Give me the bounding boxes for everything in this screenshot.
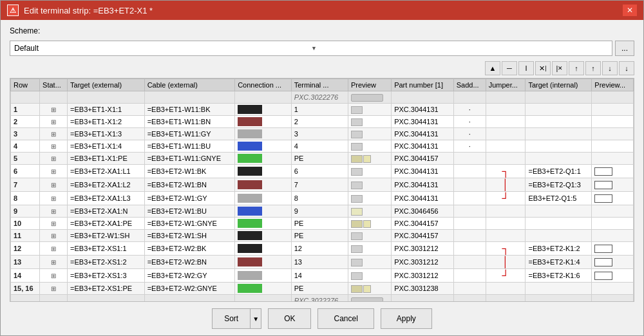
scheme-select-display[interactable]: Default ▼: [10, 41, 612, 56]
toolbar-sort-up2-btn[interactable]: ↑: [585, 61, 601, 75]
preview2-cell: [592, 153, 634, 165]
target-int-cell: EB3+ET2-Q1:5: [526, 192, 592, 205]
ok-button[interactable]: OK: [268, 308, 311, 329]
jumper-cell: [486, 283, 526, 295]
preview-cell: [348, 128, 391, 140]
table-row[interactable]: 3 ⊞ =EB3+ET1-X1:3 =EB3+ET1-W11:GY 3 PXC.…: [11, 128, 634, 140]
dialog-body: Scheme: Default ▼ ... ▲ ─ I ✕| |✕ ↑ ↑ ↓ …: [1, 20, 643, 335]
stat-cell: ⊞: [40, 205, 68, 218]
close-button[interactable]: ✕: [623, 5, 637, 16]
terminal-table: Row Stat... Target (external) Cable (ext…: [10, 79, 634, 302]
table-row[interactable]: 15, 16 ⊞ =EB3+ET2-XS1:PE =EB3+ET2-W2:GNY…: [11, 283, 634, 295]
row-num-cell: 5: [11, 153, 40, 165]
stat-cell: ⊞: [40, 230, 68, 242]
saddle-cell: ·: [453, 128, 486, 140]
preview2-cell: [592, 283, 634, 295]
row-num-cell: [11, 91, 40, 104]
target-ext-cell: =EB3+ET1-X1:3: [68, 128, 145, 140]
terminal-cell: 8: [291, 192, 348, 205]
target-ext-cell: =EB3+ET1-X1:4: [68, 140, 145, 153]
jumper-cell: │: [486, 256, 526, 269]
preview-cell: [348, 91, 391, 104]
toolbar-delete-left-btn[interactable]: |✕: [552, 61, 567, 75]
toolbar-delete-right-btn[interactable]: ✕|: [535, 61, 551, 75]
toolbar-sort-down2-btn[interactable]: ↓: [619, 61, 634, 75]
cable-ext-cell: =EB3+ET2-W2:GY: [144, 269, 234, 283]
preview2-cell: [592, 116, 634, 128]
terminal-cell: 14: [291, 269, 348, 283]
terminal-cell: 9: [291, 205, 348, 218]
col-jumper: Jumper...: [486, 79, 526, 91]
terminal-cell: 13: [291, 256, 348, 269]
table-row[interactable]: 8 ⊞ =EB3+ET2-XA1:L3 =EB3+ET2-W1:GY 8 PXC…: [11, 192, 634, 205]
cable-ext-cell: =EB3+ET1-W11:BK: [144, 104, 234, 116]
table-row[interactable]: 14 ⊞ =EB3+ET2-XS1:3 =EB3+ET2-W2:GY 14 PX…: [11, 269, 634, 283]
connection-cell: [235, 218, 292, 230]
cable-ext-cell: =EB3+ET2-W1:GY: [144, 192, 234, 205]
preview-cell: [348, 153, 391, 165]
target-int-cell: [526, 140, 592, 153]
toolbar-sort-up-btn[interactable]: ↑: [569, 61, 584, 75]
cable-ext-cell: =EB3+ET2-W1:SH: [144, 230, 234, 242]
preview2-cell: [592, 269, 634, 283]
row-num-cell: 9: [11, 205, 40, 218]
table-row[interactable]: 2 ⊞ =EB3+ET1-X1:2 =EB3+ET1-W11:BN 2 PXC.…: [11, 116, 634, 128]
table-row[interactable]: PXC.3022276: [11, 91, 634, 104]
scheme-dots-button[interactable]: ...: [615, 41, 634, 56]
preview-cell: [348, 256, 391, 269]
table-row[interactable]: 5 ⊞ =EB3+ET1-X1:PE =EB3+ET1-W11:GNYE PE …: [11, 153, 634, 165]
connection-cell: [235, 140, 292, 153]
table-row[interactable]: 13 ⊞ =EB3+ET2-XS1:2 =EB3+ET2-W2:BN 13 PX…: [11, 256, 634, 269]
preview2-cell: [592, 91, 634, 104]
table-row[interactable]: 11 ⊞ =EB3+ET2-W1:SH =EB3+ET2-W1:SH PE PX…: [11, 230, 634, 242]
table-row[interactable]: 12 ⊞ =EB3+ET2-XS1:1 =EB3+ET2-W2:BK 12 PX…: [11, 242, 634, 256]
table-row[interactable]: PXC.3022276: [11, 295, 634, 303]
target-ext-cell: =EB3+ET2-XA1:L2: [68, 178, 145, 192]
table-row[interactable]: 9 ⊞ =EB3+ET2-XA1:N =EB3+ET2-W1:BU 9 PXC.…: [11, 205, 634, 218]
preview2-cell: [592, 140, 634, 153]
stat-cell: ⊞: [40, 269, 68, 283]
terminal-cell: 12: [291, 242, 348, 256]
part-number-cell: [392, 295, 454, 303]
apply-button[interactable]: Apply: [381, 308, 432, 329]
connection-cell: [235, 283, 292, 295]
saddle-cell: [453, 178, 486, 192]
sort-dropdown-button[interactable]: ▼: [250, 308, 261, 329]
cable-ext-cell: =EB3+ET2-W1:GNYE: [144, 218, 234, 230]
connection-cell: [235, 128, 292, 140]
connection-cell: [235, 104, 292, 116]
toolbar-move-up-btn[interactable]: ▲: [485, 61, 500, 75]
table-row[interactable]: 4 ⊞ =EB3+ET1-X1:4 =EB3+ET1-W11:BU 4 PXC.…: [11, 140, 634, 153]
part-number-cell: PXC.3044157: [392, 230, 454, 242]
target-int-cell: =EB3+ET2-K1:4: [526, 256, 592, 269]
connection-cell: [235, 116, 292, 128]
preview2-cell: [592, 104, 634, 116]
toolbar-align-btn[interactable]: ─: [502, 61, 517, 75]
terminal-cell: 4: [291, 140, 348, 153]
cable-ext-cell: =EB3+ET1-W11:GNYE: [144, 153, 234, 165]
target-int-cell: =EB3+ET2-K1:2: [526, 242, 592, 256]
stat-cell: ⊞: [40, 140, 68, 153]
target-int-cell: [526, 116, 592, 128]
chevron-down-icon: ▼: [311, 45, 608, 51]
cable-ext-cell: =EB3+ET2-W2:GNYE: [144, 283, 234, 295]
part-number-cell: PXC.3044131: [392, 192, 454, 205]
table-row[interactable]: 10 ⊞ =EB3+ET2-XA1:PE =EB3+ET2-W1:GNYE PE…: [11, 218, 634, 230]
main-table-container: Row Stat... Target (external) Cable (ext…: [10, 78, 634, 302]
col-terminal: Terminal ...: [291, 79, 348, 91]
toolbar-insert-btn[interactable]: I: [518, 61, 534, 75]
target-int-cell: [526, 218, 592, 230]
table-row[interactable]: 1 ⊞ =EB3+ET1-X1:1 =EB3+ET1-W11:BK 1 PXC.…: [11, 104, 634, 116]
jumper-cell: [486, 218, 526, 230]
target-int-cell: [526, 91, 592, 104]
cancel-button[interactable]: Cancel: [317, 308, 374, 329]
table-row[interactable]: 7 ⊞ =EB3+ET2-XA1:L2 =EB3+ET2-W1:BN 7 PXC…: [11, 178, 634, 192]
part-number-cell: PXC.3044131: [392, 128, 454, 140]
toolbar-sort-down-btn[interactable]: ↓: [602, 61, 618, 75]
table-row[interactable]: 6 ⊞ =EB3+ET2-XA1:L1 =EB3+ET2-W1:BK 6 PXC…: [11, 165, 634, 178]
sort-button[interactable]: Sort: [212, 308, 250, 329]
connection-cell: [235, 269, 292, 283]
target-int-cell: =EB3+ET2-K1:6: [526, 269, 592, 283]
preview2-cell: [592, 192, 634, 205]
saddle-cell: [453, 165, 486, 178]
